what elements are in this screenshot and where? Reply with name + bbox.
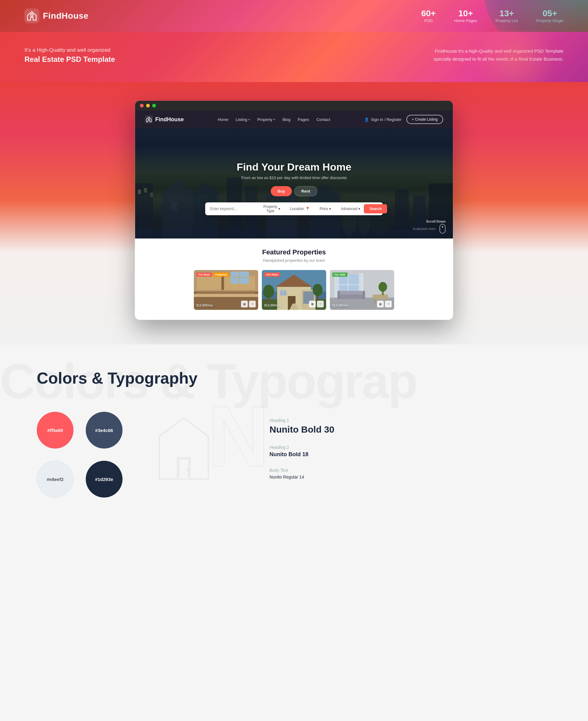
colors-typography-section: Colors & Typograp Colors & Typography #f…: [0, 344, 588, 528]
svg-rect-65: [363, 291, 365, 299]
preview-wrapper: FindHouse Home Listing ▾ Property ▾ Blog…: [0, 82, 588, 344]
site-nav: FindHouse Home Listing ▾ Property ▾ Blog…: [135, 110, 453, 128]
card-3-grid-btn[interactable]: ⊞: [377, 301, 384, 308]
browser-frame: FindHouse Home Listing ▾ Property ▾ Blog…: [135, 101, 453, 320]
advanced-filter[interactable]: Advanced ▾: [338, 207, 363, 211]
featured-title: Featured Properties: [145, 248, 443, 256]
svg-point-72: [187, 469, 188, 471]
scroll-down[interactable]: Scroll Down to discover more: [413, 218, 446, 234]
property-type-dropdown[interactable]: Property Type ▾: [261, 205, 283, 213]
search-button[interactable]: Search: [364, 204, 387, 213]
typo-heading1-label: Heading 1: [270, 418, 551, 423]
nav-create-listing-button[interactable]: + Create Listing: [406, 115, 443, 124]
nav-contact[interactable]: Contact: [316, 117, 330, 122]
location-input[interactable]: Location 📍: [288, 207, 312, 211]
tagline-left: It's a High-Quality and well organized R…: [24, 47, 115, 64]
tagline-right: FindHouse it's a high-Quality and well o…: [434, 47, 564, 63]
tagline-section: It's a High-Quality and well organized R…: [0, 32, 588, 82]
nav-blog[interactable]: Blog: [282, 117, 290, 122]
hero-tab-rent[interactable]: Rent: [294, 186, 317, 196]
logo-text: FindHouse: [43, 11, 88, 21]
property-card-3-image: For Sale $13,000/mo ⊞ ♡: [330, 270, 394, 310]
card-1-heart-btn[interactable]: ♡: [249, 301, 256, 308]
hero-subtitle: From as low as $10 per day with limited …: [205, 175, 383, 180]
hero-tabs: Buy Rent: [205, 186, 383, 196]
svg-rect-32: [222, 276, 224, 290]
color-label-red: #ff5a60: [47, 428, 63, 433]
tagline-main: Real Estate PSD Template: [24, 55, 115, 64]
stat-property-single: 05+ Property Single: [536, 9, 564, 23]
location-pin-icon: 📍: [305, 207, 310, 211]
svg-rect-36: [231, 277, 249, 278]
color-label-navy: #1d293e: [95, 477, 113, 482]
tagline-description: FindHouse it's a high-Quality and well o…: [434, 48, 564, 62]
typo-body-label: Body Text: [270, 468, 551, 473]
browser-dot-close: [140, 104, 144, 107]
property-card-2-image: For Rent $13,000/mo ⊞ ♡: [262, 270, 326, 310]
property-card-2[interactable]: For Rent $13,000/mo ⊞ ♡: [262, 270, 326, 310]
card-3-actions: ⊞ ♡: [377, 301, 392, 308]
card-1-price: $13,000/mo: [196, 303, 213, 308]
typo-body-value: Nunito Regular 14: [270, 474, 551, 480]
property-cards: For Rent Featured $13,000/mo ⊞ ♡: [145, 270, 443, 310]
header-logo[interactable]: FindHouse: [24, 8, 88, 23]
color-swatch-light-gray[interactable]: #e8eef2: [37, 461, 74, 497]
stat-home-pages: 10+ Home Pages: [454, 9, 477, 23]
color-swatch-red[interactable]: #ff5a60: [37, 412, 74, 448]
ct-color-row-2: #e8eef2 #1d293e: [37, 461, 123, 497]
card-2-heart-btn[interactable]: ♡: [317, 301, 324, 308]
card-1-grid-btn[interactable]: ⊞: [241, 301, 248, 308]
nav-right: 👤 Sign In / Register + Create Listing: [364, 115, 443, 124]
nav-property[interactable]: Property ▾: [257, 117, 275, 122]
ct-colors: #ff5a60 #3e4c66 #e8eef2 #1d293e: [37, 412, 123, 497]
card-3-badges: For Sale: [332, 273, 348, 277]
color-swatch-navy[interactable]: #1d293e: [86, 461, 123, 497]
site-nav-logo[interactable]: FindHouse: [145, 115, 184, 123]
svg-point-70: [379, 282, 387, 292]
nav-listing[interactable]: Listing ▾: [236, 117, 250, 122]
stat-psd: 60+ PSD: [421, 9, 436, 23]
search-keyword-input[interactable]: [210, 207, 256, 211]
stat-property-list: 13+ Property List: [496, 9, 518, 23]
property-card-1[interactable]: For Rent Featured $13,000/mo ⊞ ♡: [194, 270, 258, 310]
property-card-3[interactable]: For Sale $13,000/mo ⊞ ♡: [330, 270, 394, 310]
svg-rect-33: [194, 294, 258, 297]
card-2-grid-btn[interactable]: ⊞: [309, 301, 316, 308]
chevron-down-icon: ▾: [278, 207, 280, 211]
ct-section-title: Colors & Typography: [37, 369, 551, 387]
featured-subtitle: Handpicked properties by our team: [145, 258, 443, 263]
nav-listing-arrow: ▾: [248, 118, 250, 121]
stats-area: 60+ PSD 10+ Home Pages 13+ Property List…: [421, 9, 564, 23]
svg-point-52: [313, 284, 322, 296]
badge-for-rent-2: For Rent: [264, 273, 280, 277]
typo-heading1-item: Heading 1 Nunito Bold 30: [270, 418, 551, 435]
ct-letter-n: N: [208, 394, 270, 479]
card-3-price: $13,000/mo: [332, 303, 349, 308]
svg-rect-48: [283, 290, 283, 295]
ct-content: #ff5a60 #3e4c66 #e8eef2 #1d293e: [37, 412, 551, 497]
color-label-dark-blue: #3e4c66: [95, 428, 113, 433]
browser-chrome: [135, 101, 453, 110]
nav-home[interactable]: Home: [218, 117, 229, 122]
price-dropdown[interactable]: Price ▾: [317, 207, 334, 211]
hero-section: Find Your Dream Home From as low as $10 …: [135, 128, 453, 238]
typo-body-item: Body Text Nunito Regular 14: [270, 468, 551, 480]
svg-rect-30: [197, 276, 223, 290]
badge-for-rent-1: For Rent: [196, 273, 212, 277]
scroll-down-icon: [439, 224, 446, 234]
typo-heading2-value: Nunito Bold 18: [270, 451, 551, 458]
color-swatch-dark-blue[interactable]: #3e4c66: [86, 412, 123, 448]
badge-featured-1: Featured: [213, 273, 229, 277]
card-1-actions: ⊞ ♡: [241, 301, 256, 308]
card-1-badges: For Rent Featured: [196, 273, 229, 277]
card-2-badges: For Rent: [264, 273, 280, 277]
tagline-sub: It's a High-Quality and well organized: [24, 47, 115, 53]
hero-content: Find Your Dream Home From as low as $10 …: [199, 146, 389, 221]
card-3-heart-btn[interactable]: ♡: [385, 301, 392, 308]
nav-sign-in[interactable]: 👤 Sign In / Register: [364, 117, 401, 122]
top-header: FindHouse 60+ PSD 10+ Home Pages 13+ Pro…: [0, 0, 588, 32]
svg-rect-63: [337, 291, 365, 295]
hero-tab-buy[interactable]: Buy: [271, 186, 292, 196]
nav-pages[interactable]: Pages: [298, 117, 309, 122]
svg-point-50: [263, 285, 274, 298]
